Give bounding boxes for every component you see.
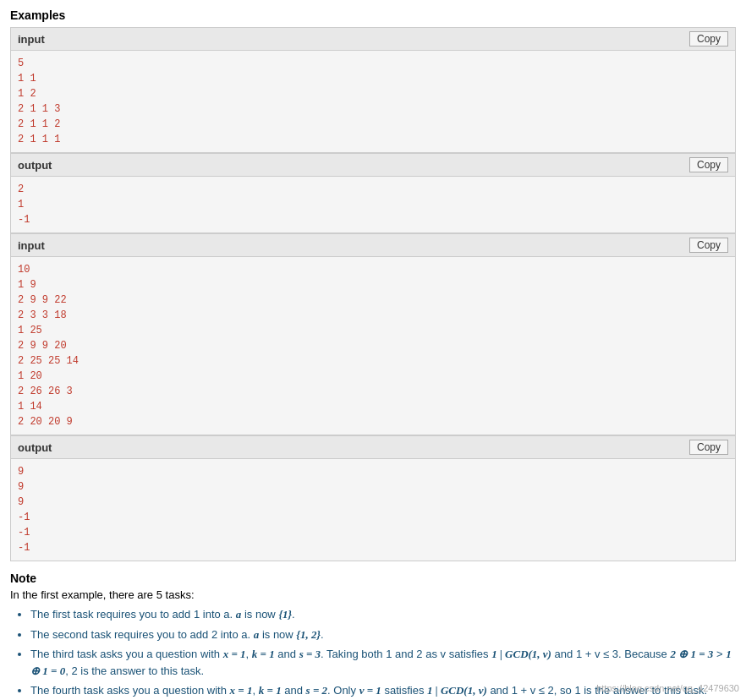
- note-section: Note In the first example, there are 5 t…: [10, 571, 736, 700]
- output-box-1: outputCopy9 9 9 -1 -1 -1: [10, 435, 736, 561]
- input-box-0: inputCopy5 1 1 1 2 2 1 1 3 2 1 1 2 2 1 1…: [10, 27, 736, 153]
- output-copy-button-1[interactable]: Copy: [689, 440, 728, 455]
- note-list-item-2: The third task asks you a question with …: [30, 646, 736, 679]
- input-label-0: input: [18, 33, 45, 46]
- output-copy-button-0[interactable]: Copy: [689, 157, 728, 172]
- input-copy-button-1[interactable]: Copy: [689, 238, 728, 253]
- watermark: https://blog.csdn.net/qq_42479630: [596, 683, 739, 693]
- section-title: Examples: [10, 8, 736, 22]
- output-header-0: outputCopy: [11, 154, 735, 177]
- input-header-0: inputCopy: [11, 28, 735, 51]
- input-header-1: inputCopy: [11, 234, 735, 257]
- output-label-1: output: [18, 441, 52, 454]
- input-label-1: input: [18, 239, 45, 252]
- note-intro: In the first example, there are 5 tasks:: [10, 588, 736, 601]
- input-content-0: 5 1 1 1 2 2 1 1 3 2 1 1 2 2 1 1 1: [11, 51, 735, 152]
- output-content-1: 9 9 9 -1 -1 -1: [11, 459, 735, 561]
- input-content-1: 10 1 9 2 9 9 22 2 3 3 18 1 25 2 9 9 20 2…: [11, 257, 735, 435]
- output-content-0: 2 1 -1: [11, 177, 735, 232]
- note-title: Note: [10, 571, 736, 585]
- examples-container: inputCopy5 1 1 1 2 2 1 1 3 2 1 1 2 2 1 1…: [10, 27, 736, 561]
- input-box-1: inputCopy10 1 9 2 9 9 22 2 3 3 18 1 25 2…: [10, 233, 736, 435]
- output-box-0: outputCopy2 1 -1: [10, 153, 736, 233]
- output-header-1: outputCopy: [11, 436, 735, 459]
- output-label-0: output: [18, 159, 52, 172]
- note-list-item-0: The first task requires you to add 1 int…: [30, 606, 736, 623]
- input-copy-button-0[interactable]: Copy: [689, 31, 728, 46]
- note-list-item-1: The second task requires you to add 2 in…: [30, 626, 736, 643]
